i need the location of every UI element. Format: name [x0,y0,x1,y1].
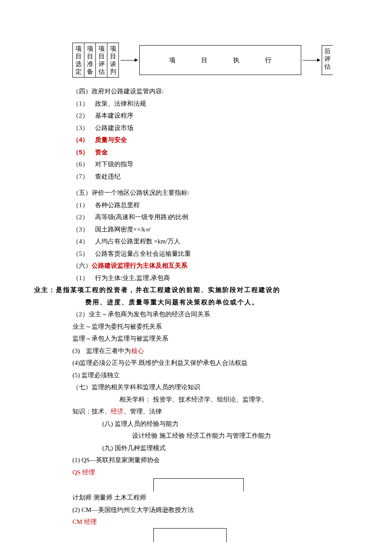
section-6-title: （六）公路建设监理行为主体及相互关系 [72,260,358,272]
org-box-icon [153,528,227,542]
org-box-icon [153,478,244,491]
org-chart-cm [34,528,358,542]
list-item: （1） 行为主体:业主,监理,承包商 [72,272,358,284]
list-item: （5） 公路客货运量占全社会运输量比重 [72,248,358,260]
text-line: 设计经验 施工经验 经济工作能力 与管理工作能力 [72,430,358,442]
flow-cell: 项目选定 [73,43,84,77]
section-8-title: (八) 监理人员的经验与能力 [72,418,358,430]
arrow-icon [303,60,320,61]
section-6-prefix: （六） [72,262,92,269]
section-4-title: （四）政府对公路建设监管内容: [72,85,358,98]
list-item: （6） 对下级的指导 [72,158,358,171]
list-item: （2） 基本建设程序 [72,110,358,122]
flow-end-box: 后评估 [322,45,333,75]
relation-line: 业主～监理为委托与被委托关系 [34,321,358,333]
list-item: (5) 监理必须独立 [34,369,358,382]
content-body: （四）政府对公路建设监管内容: （1） 政策、法律和法规 （2） 基本建设程序 … [72,85,358,542]
flow-cell: 项目准备 [84,43,96,77]
flow-cell: 项目评估 [96,43,107,77]
list-item: (3) 监理在三者中为核心 [34,345,358,357]
list-item: （1） 政策、法律和法规 [72,98,358,110]
section-7-title: （七）监理的相关学科和监理人员的理论知识 [72,381,358,393]
list-item: （2） 高等级(高速和一级专用路)的比例 [72,211,358,223]
section-6-highlight: 公路建设监理行为主体及相互关系 [92,262,187,269]
text-line: 相关学科： 投资学、技术经济学、组织论、监理学。 [72,393,358,406]
arrow-icon [121,60,138,61]
text-highlight: 经济 [111,408,124,415]
owner-definition: 业主：是指某项工程的投资者，并在工程建设的前期、实施阶段对工程建设的 [34,284,358,296]
owner-definition-cont: 费用、进度、质量等重大问题有决策权的单位或个人。 [34,296,358,309]
org-chart-qs [34,478,358,491]
text: 、管理、法律 [124,408,162,415]
list-item: (1) QS—英联邦皇家测量师协会 [34,454,358,466]
section-9-title: (九) 国外几种监理模式 [72,442,358,454]
text: (3) 监理在三者中为 [72,347,131,354]
text: 知识：技术、 [72,408,111,415]
list-item: （7） 查处违纪 [72,171,358,183]
list-item: （2）业主～承包商为发包与承包的经济合同关系 [72,308,358,321]
list-item: (2) CM—美国纽约州立大学汤姆逊教授方法 [34,504,358,516]
section-5-title: （五）评价一个地区公路状况的主要指标: [72,187,358,199]
knowledge-line: 知识：技术、经济、管理、法律 [34,405,358,418]
qs-manager: QS 经理 [34,466,358,479]
roles-line: 计划师 测量师 土木工程师 [34,491,358,504]
document-page: 项目选定 项目准备 项目评估 项目谈判 项目执行 后评估 （四）政府对公路建设监… [0,0,392,555]
list-item: （4） 人均占有公路里程数 ×km/万人 [72,235,358,248]
list-item-highlight: （4） 质量与安全 [72,134,358,146]
list-item: （3） 国土路网密度××/k㎡ [72,223,358,236]
list-item-highlight: （5） 资金 [72,146,358,159]
list-item: （1） 各种公路总里程 [72,199,358,211]
flow-diagram: 项目选定 项目准备 项目评估 项目谈判 项目执行 后评估 [72,43,358,78]
list-item: （3） 公路建设市场 [72,122,358,134]
flow-stage-group: 项目选定 项目准备 项目评估 项目谈判 [72,43,119,78]
cm-manager: CM 经理 [34,516,358,528]
flow-execute-box: 项目执行 [139,45,301,75]
flow-cell: 项目谈判 [107,43,118,77]
list-item: (4)监理必须公正与公平.既维护业主利益又保护承包人合法权益 [34,357,358,369]
relation-line: 监理～承包人为监理与被监理关系 [34,332,358,345]
text-highlight: 核心 [131,347,144,354]
